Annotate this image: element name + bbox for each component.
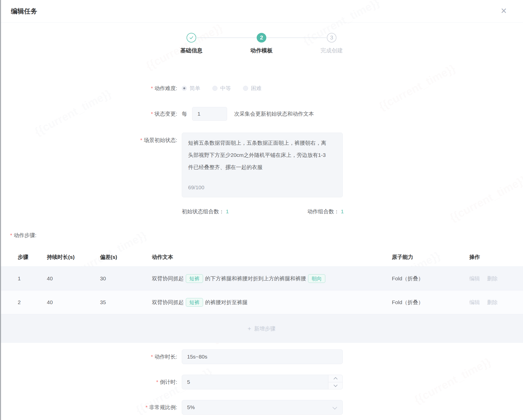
unusual-ratio-row: *非常规比例: 5% bbox=[0, 400, 523, 415]
countdown-input[interactable]: 5 bbox=[182, 375, 343, 389]
step-number: 3 bbox=[327, 33, 336, 43]
delete-link[interactable]: 删除 bbox=[487, 276, 498, 281]
step-number: 2 bbox=[257, 33, 266, 43]
radio-circle-icon bbox=[243, 86, 248, 91]
radio-中等[interactable]: 中等 bbox=[212, 85, 231, 92]
table-cell: Fold（折叠） bbox=[392, 275, 469, 282]
table-row: 14030双臂协同抓起短裤的下方裤腿和裤腰对折到上方的裤腿和裤腰朝向Fold（折… bbox=[0, 267, 523, 290]
initial-state-textarea[interactable]: 短裤五条数据背面朝上，五条数据正面朝上，裤腰朝右，离头部视野下方至少20cm之外… bbox=[182, 133, 343, 197]
difficulty-row: *动作难度: 简单中等困难 bbox=[0, 83, 523, 93]
object-tag: 短裤 bbox=[186, 274, 203, 283]
step-label: 动作模板 bbox=[250, 46, 273, 55]
char-counter: 69/100 bbox=[188, 181, 204, 194]
chevron-down-icon bbox=[333, 383, 337, 387]
state-change-input[interactable]: 1 bbox=[192, 107, 227, 121]
row-actions-cell: 编辑删除 bbox=[469, 299, 523, 306]
column-header: 步骤 bbox=[0, 254, 47, 261]
action-text: 的下方裤腿和裤腰对折到上方的裤腿和裤腰 bbox=[205, 276, 306, 281]
column-header: 持续时长(s) bbox=[47, 254, 100, 261]
countdown-label: *倒计时: bbox=[0, 379, 177, 386]
unusual-ratio-label: *非常规比例: bbox=[0, 404, 177, 411]
stepper: 基础信息2动作模板3完成创建 bbox=[156, 33, 367, 55]
column-header: 动作文本 bbox=[152, 254, 392, 261]
radio-困难[interactable]: 困难 bbox=[243, 85, 262, 92]
add-step-button[interactable]: + 新增步骤 bbox=[0, 314, 523, 343]
duration-label: *动作时长: bbox=[0, 353, 177, 360]
action-steps-label: *动作步骤: bbox=[10, 232, 523, 239]
step-check-icon bbox=[187, 33, 196, 43]
radio-label: 困难 bbox=[251, 85, 262, 92]
action-steps-table: 步骤持续时长(s)偏差(s)动作文本原子能力操作 14030双臂协同抓起短裤的下… bbox=[0, 247, 523, 343]
column-header: 操作 bbox=[469, 254, 523, 261]
dialog-title: 编辑任务 bbox=[11, 7, 37, 16]
stepper-step: 3完成创建 bbox=[297, 33, 367, 55]
difficulty-label: *动作难度: bbox=[0, 85, 177, 92]
table-cell: Fold（折叠） bbox=[392, 299, 469, 306]
table-cell: 2 bbox=[0, 299, 47, 305]
radio-circle-icon bbox=[182, 86, 187, 91]
required-marker: * bbox=[10, 232, 12, 238]
delete-link[interactable]: 删除 bbox=[487, 299, 498, 305]
initial-state-text: 短裤五条数据背面朝上，五条数据正面朝上，裤腰朝右，离头部视野下方至少20cm之外… bbox=[188, 137, 330, 173]
unusual-ratio-value: 5% bbox=[187, 404, 195, 410]
initial-combo-count: 初始状态组合数：1 bbox=[182, 208, 229, 215]
spinner-up-button[interactable] bbox=[328, 375, 343, 382]
difficulty-options: 简单中等困难 bbox=[182, 85, 262, 92]
action-combo-value: 1 bbox=[341, 208, 344, 214]
number-spinner bbox=[328, 375, 343, 389]
edit-link[interactable]: 编辑 bbox=[469, 276, 480, 281]
initial-combo-value: 1 bbox=[226, 208, 229, 214]
radio-简单[interactable]: 简单 bbox=[182, 85, 200, 92]
table-cell: 40 bbox=[47, 276, 100, 282]
unusual-ratio-select[interactable]: 5% bbox=[182, 400, 343, 415]
dialog-header: 编辑任务 × bbox=[0, 0, 523, 23]
close-icon[interactable]: × bbox=[498, 5, 510, 17]
radio-label: 中等 bbox=[220, 85, 231, 92]
object-tag: 短裤 bbox=[186, 298, 203, 307]
table-cell: 40 bbox=[47, 299, 100, 305]
state-change-label: *状态变更: bbox=[0, 110, 177, 117]
required-marker: * bbox=[151, 111, 153, 117]
state-change-suffix: 次采集会更新初始状态和动作文本 bbox=[234, 110, 314, 117]
column-header: 原子能力 bbox=[392, 254, 469, 261]
required-marker: * bbox=[146, 404, 148, 410]
radio-circle-icon bbox=[212, 86, 217, 91]
required-marker: * bbox=[151, 85, 153, 91]
page-left-edge bbox=[0, 0, 1, 420]
column-header: 偏差(s) bbox=[100, 254, 152, 261]
object-tag: 朝向 bbox=[308, 274, 325, 283]
spinner-down-button[interactable] bbox=[328, 382, 343, 389]
table-header-row: 步骤持续时长(s)偏差(s)动作文本原子能力操作 bbox=[0, 247, 523, 267]
action-text-cell: 双臂协同抓起短裤的裤腰对折至裤腿 bbox=[152, 298, 392, 307]
row-actions-cell: 编辑删除 bbox=[469, 275, 523, 282]
required-marker: * bbox=[140, 137, 142, 143]
initial-state-row: *场景初始状态: 短裤五条数据背面朝上，五条数据正面朝上，裤腰朝右，离头部视野下… bbox=[0, 133, 523, 197]
chevron-down-icon bbox=[332, 405, 337, 409]
add-step-label: 新增步骤 bbox=[254, 325, 275, 332]
duration-row: *动作时长: 15s~80s bbox=[0, 349, 523, 364]
state-change-row: *状态变更: 每 1 次采集会更新初始状态和动作文本 bbox=[0, 107, 523, 121]
chevron-up-icon bbox=[333, 377, 337, 381]
table-row: 24035双臂协同抓起短裤的裤腰对折至裤腿Fold（折叠）编辑删除 bbox=[0, 290, 523, 314]
plus-icon: + bbox=[248, 325, 251, 332]
combo-counts-row: 初始状态组合数：1 动作组合数：1 bbox=[182, 208, 344, 215]
table-cell: 35 bbox=[100, 299, 152, 305]
required-marker: * bbox=[156, 379, 158, 385]
action-text-cell: 双臂协同抓起短裤的下方裤腿和裤腰对折到上方的裤腿和裤腰朝向 bbox=[152, 274, 392, 283]
duration-input[interactable]: 15s~80s bbox=[182, 349, 343, 364]
countdown-row: *倒计时: 5 bbox=[0, 375, 523, 389]
step-label: 完成创建 bbox=[320, 46, 343, 55]
table-cell: 30 bbox=[100, 276, 152, 282]
radio-label: 简单 bbox=[190, 85, 200, 92]
table-cell: 1 bbox=[0, 276, 47, 282]
action-text: 双臂协同抓起 bbox=[152, 276, 184, 281]
stepper-step: 2动作模板 bbox=[227, 33, 297, 55]
edit-link[interactable]: 编辑 bbox=[469, 299, 480, 305]
action-text: 的裤腰对折至裤腿 bbox=[205, 299, 248, 305]
countdown-value: 5 bbox=[187, 379, 190, 385]
initial-state-label: *场景初始状态: bbox=[0, 133, 177, 144]
duration-value: 15s~80s bbox=[187, 354, 207, 360]
stepper-step: 基础信息 bbox=[156, 33, 227, 55]
step-label: 基础信息 bbox=[180, 46, 203, 55]
action-combo-count: 动作组合数：1 bbox=[307, 208, 344, 215]
